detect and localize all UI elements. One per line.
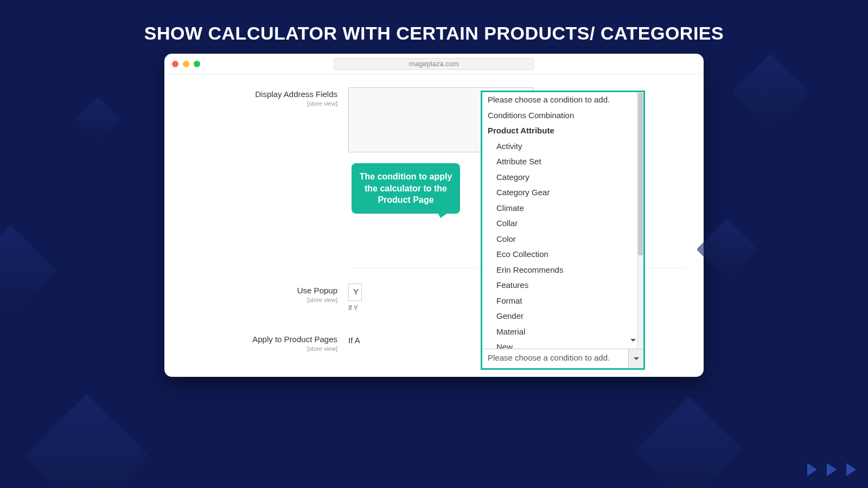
field-scope: [store view] [183,345,337,352]
condition-option[interactable]: Category [482,170,643,185]
condition-select-text: Please choose a condition to add. [482,349,628,368]
decorative-arrows [807,463,856,476]
scrollbar[interactable] [637,92,643,349]
use-popup-hint: If Y [348,304,362,312]
condition-option[interactable]: New [482,339,643,349]
condition-option[interactable]: Format [482,293,643,309]
condition-option[interactable]: Attribute Set [482,154,643,170]
condition-placeholder[interactable]: Please choose a condition to add. [482,92,643,108]
condition-option[interactable]: Gender [482,309,643,324]
field-label: Apply to Product Pages [252,335,337,344]
condition-option[interactable]: Material [482,324,643,340]
condition-group-header: Product Attribute [482,123,643,139]
condition-option[interactable]: Category Gear [482,185,643,201]
scrollbar-thumb[interactable] [638,93,643,255]
maximize-icon[interactable] [194,61,200,67]
condition-listbox[interactable]: Please choose a condition to add. Condit… [482,92,643,349]
field-label: Display Address Fields [255,89,337,99]
callout-tooltip: The condition to apply the calculator to… [352,163,460,214]
play-icon [807,463,817,476]
chevron-down-icon [634,357,639,363]
field-label: Use Popup [297,286,337,295]
titlebar: mageplaza.com [164,54,704,74]
use-popup-select[interactable]: Y [348,284,362,301]
field-scope: [store view] [183,297,337,303]
condition-select[interactable]: Please choose a condition to add. [482,349,643,368]
condition-option[interactable]: Climate [482,201,643,216]
page-heading: SHOW CALCULATOR WITH CERTAIN PRODUCTS/ C… [0,0,868,44]
condition-option[interactable]: Color [482,232,643,247]
condition-option[interactable]: Erin Recommends [482,262,643,278]
condition-option[interactable]: Features [482,278,643,293]
page-content: Display Address Fields [store view] Use … [164,74,704,377]
play-icon [846,463,856,476]
condition-option[interactable]: Activity [482,139,643,155]
chevron-down-icon[interactable] [630,339,636,344]
condition-option[interactable]: Eco Collection [482,247,643,262]
condition-combination[interactable]: Conditions Combination [482,108,643,124]
field-scope: [store view] [183,100,337,107]
condition-option[interactable]: Collar [482,216,643,232]
condition-dropdown-panel: Please choose a condition to add. Condit… [481,91,645,370]
play-icon [827,463,837,476]
condition-select-toggle[interactable] [628,349,643,368]
minimize-icon[interactable] [183,61,189,67]
browser-window: mageplaza.com Display Address Fields [st… [164,54,704,377]
url-bar[interactable]: mageplaza.com [334,58,534,70]
window-controls [172,61,200,67]
close-icon[interactable] [172,61,178,67]
